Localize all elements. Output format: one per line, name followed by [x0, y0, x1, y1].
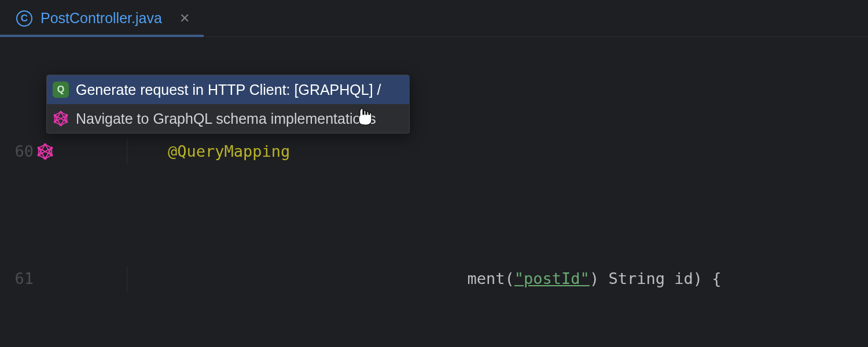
svg-point-6 [38, 147, 40, 149]
svg-point-24 [65, 121, 68, 123]
popup-item-generate-http-request[interactable]: Q Generate request in HTTP Client: [GRAP… [47, 75, 409, 104]
svg-point-2 [50, 147, 53, 149]
svg-point-23 [65, 114, 68, 116]
popup-item-label: Navigate to GraphQL schema implementatio… [76, 110, 376, 127]
code-line[interactable]: 61 ment("postId") String id) { [0, 266, 868, 291]
close-icon[interactable]: ✕ [179, 11, 190, 26]
svg-point-5 [38, 154, 40, 156]
svg-point-3 [50, 154, 53, 156]
gutter-action-popup: Q Generate request in HTTP Client: [GRAP… [46, 75, 410, 134]
svg-point-27 [54, 114, 56, 116]
http-request-icon: Q [53, 82, 69, 98]
code-line[interactable]: 60 @QueryMapping [0, 139, 868, 164]
editor-tab[interactable]: C PostController.java ✕ [6, 0, 200, 36]
svg-point-26 [54, 121, 56, 123]
code-fragment: ) String id) { [590, 270, 722, 287]
popup-item-navigate-schema[interactable]: Navigate to GraphQL schema implementatio… [47, 104, 409, 133]
filetype-letter: C [21, 13, 28, 23]
string-literal: "postId" [514, 270, 590, 287]
popup-item-label: Generate request in HTTP Client: [GRAPHQ… [76, 82, 381, 98]
line-number: 60 [0, 139, 34, 164]
tab-bar: C PostController.java ✕ [0, 0, 868, 37]
code-fragment: ment( [468, 270, 514, 287]
line-number: 61 [0, 266, 34, 291]
tab-label: PostController.java [41, 10, 162, 27]
graphql-icon [53, 110, 69, 127]
java-class-icon: C [16, 10, 32, 27]
annotation: @QueryMapping [168, 142, 290, 160]
